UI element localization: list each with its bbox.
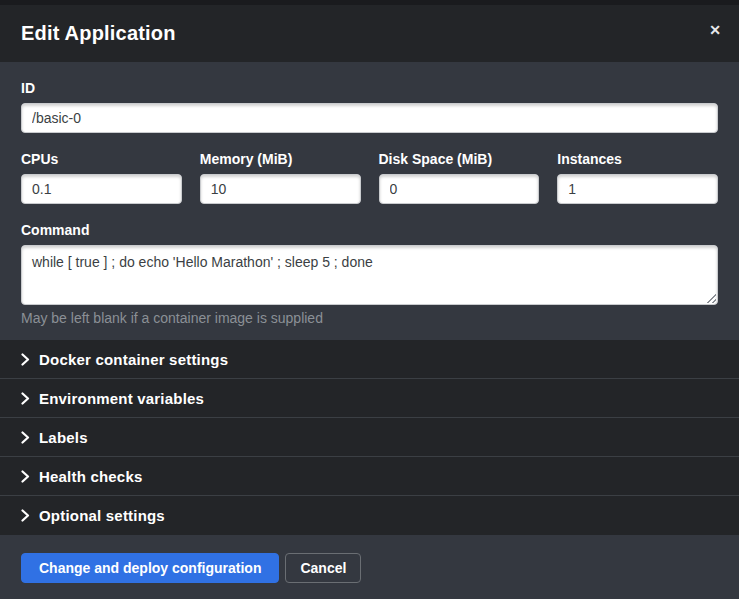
instances-field-group: Instances [557, 151, 718, 204]
id-field-group: ID [21, 80, 718, 133]
modal-header: Edit Application ✕ [0, 0, 739, 62]
command-help-text: May be left blank if a container image i… [21, 310, 718, 326]
cpus-field-group: CPUs [21, 151, 182, 204]
chevron-right-icon [21, 509, 30, 522]
cpus-input[interactable] [21, 174, 182, 204]
chevron-right-icon [21, 470, 30, 483]
disk-label: Disk Space (MiB) [379, 151, 540, 167]
id-label: ID [21, 80, 718, 96]
id-input[interactable] [21, 103, 718, 133]
modal-title: Edit Application [21, 22, 176, 45]
resource-row: CPUs Memory (MiB) Disk Space (MiB) Insta… [21, 151, 718, 204]
section-label: Docker container settings [39, 351, 228, 368]
close-button[interactable]: ✕ [705, 19, 725, 41]
accordion: Docker container settings Environment va… [0, 340, 739, 535]
section-health-checks[interactable]: Health checks [0, 457, 739, 496]
cancel-button[interactable]: Cancel [285, 553, 361, 583]
section-optional-settings[interactable]: Optional settings [0, 496, 739, 535]
memory-field-group: Memory (MiB) [200, 151, 361, 204]
chevron-right-icon [21, 353, 30, 366]
form-body: ID CPUs Memory (MiB) Disk Space (MiB) In… [0, 62, 739, 340]
disk-input[interactable] [379, 174, 540, 204]
section-label: Optional settings [39, 507, 165, 524]
memory-input[interactable] [200, 174, 361, 204]
chevron-right-icon [21, 431, 30, 444]
command-label: Command [21, 222, 718, 238]
section-label: Health checks [39, 468, 142, 485]
command-field-group: Command while [ true ] ; do echo 'Hello … [21, 222, 718, 326]
section-docker-container-settings[interactable]: Docker container settings [0, 340, 739, 379]
chevron-right-icon [21, 392, 30, 405]
section-label: Labels [39, 429, 88, 446]
instances-label: Instances [557, 151, 718, 167]
modal-footer: Change and deploy configuration Cancel [0, 535, 739, 599]
edit-application-modal: Edit Application ✕ ID CPUs Memory (MiB) … [0, 0, 739, 599]
section-labels[interactable]: Labels [0, 418, 739, 457]
command-textarea[interactable]: while [ true ] ; do echo 'Hello Marathon… [21, 245, 718, 305]
memory-label: Memory (MiB) [200, 151, 361, 167]
section-environment-variables[interactable]: Environment variables [0, 379, 739, 418]
deploy-button[interactable]: Change and deploy configuration [21, 553, 279, 583]
command-textarea-wrap: while [ true ] ; do echo 'Hello Marathon… [21, 245, 718, 305]
instances-input[interactable] [557, 174, 718, 204]
section-label: Environment variables [39, 390, 204, 407]
cpus-label: CPUs [21, 151, 182, 167]
close-icon: ✕ [709, 22, 721, 38]
disk-field-group: Disk Space (MiB) [379, 151, 540, 204]
